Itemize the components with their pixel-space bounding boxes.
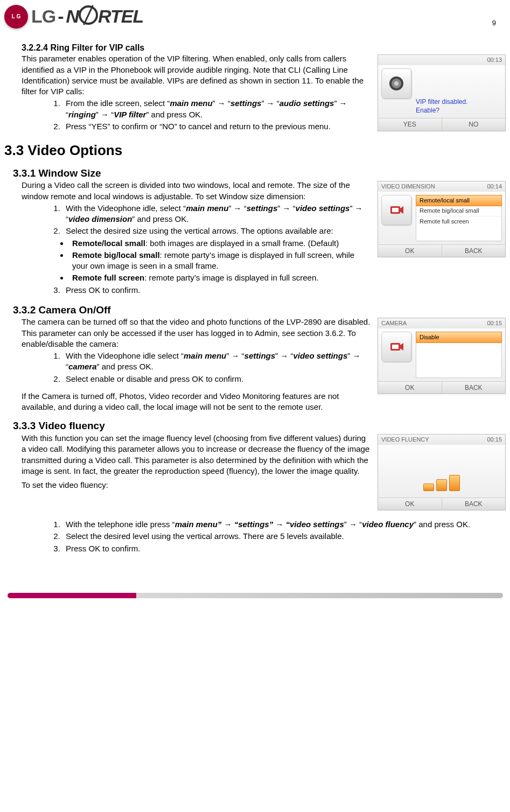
mini-titlebar: VIDEO DIMENSION 00:14 (378, 181, 505, 192)
page-header: L G LG - NRTEL 9 (0, 0, 510, 29)
mini-softkeys: YES NO (378, 118, 505, 130)
nortel-text: NRTEL (66, 4, 144, 29)
speaker-icon (381, 68, 411, 99)
mini-clock: 00:15 (487, 319, 502, 327)
fluency-bars-icon (381, 448, 502, 491)
camera-icon (381, 195, 411, 225)
option-remote-full-screen[interactable]: Remote full screen (416, 216, 501, 227)
mini-message: VIP filter disabled. Enable? (416, 97, 468, 115)
step-333-1: With the telephone idle press “main menu… (62, 519, 507, 530)
lg-circle-icon: L G (4, 5, 28, 29)
mini-titlebar: CAMERA 00:15 (378, 318, 505, 328)
mini-title: VIDEO FLUENCY (381, 436, 429, 444)
heading-333: 3.3.3 Video fluency (13, 419, 507, 433)
step-333-2: Select the desired level using the verti… (62, 531, 507, 542)
mini-body: Disable (378, 328, 505, 381)
heading-33: 3.3 Video Options (4, 141, 507, 160)
screenshot-video-fluency: VIDEO FLUENCY 00:15 OK BACK (378, 434, 506, 510)
steps-331b: Press OK to confirm. (3, 285, 507, 296)
mini-clock: 00:14 (487, 183, 502, 191)
mini-titlebar: VIDEO FLUENCY 00:15 (378, 435, 505, 445)
svg-point-2 (394, 81, 399, 86)
camera-icon (381, 332, 411, 362)
mini-clock: 00:15 (487, 436, 502, 444)
mini-body: Remote/local small Remote big/local smal… (378, 192, 505, 244)
nortel-globe-icon (79, 5, 98, 25)
mini-title: CAMERA (381, 319, 407, 327)
softkey-no[interactable]: NO (442, 118, 506, 130)
step-333-3: Press OK to confirm. (62, 543, 507, 554)
nortel-n: N (66, 6, 79, 26)
mini-body (378, 445, 505, 498)
option-list: Remote/local small Remote big/local smal… (416, 195, 502, 241)
screenshot-vip-filter: 00:13 VIP filter disabled. Enable? YES N… (378, 54, 506, 131)
softkey-yes[interactable]: YES (378, 118, 442, 130)
softkey-ok[interactable]: OK (378, 245, 442, 257)
softkey-back[interactable]: BACK (442, 245, 506, 257)
mini-body: VIP filter disabled. Enable? (378, 65, 505, 118)
mini-title: VIDEO DIMENSION (381, 183, 435, 191)
heading-331: 3.3.1 Window Size (13, 166, 507, 180)
lg-text: LG (31, 4, 55, 29)
screenshot-camera: CAMERA 00:15 Disable OK BACK (378, 318, 506, 394)
logo-dash: - (58, 4, 64, 29)
mini-softkeys: OK BACK (378, 381, 505, 394)
mini-message-line2: Enable? (416, 106, 468, 115)
softkey-ok[interactable]: OK (378, 498, 442, 510)
heading-332: 3.3.2 Camera On/Off (13, 303, 507, 317)
page-number: 9 (492, 5, 506, 28)
bullet-331-3: Remote full screen: remote party’s image… (69, 272, 507, 283)
option-remote-local-small[interactable]: Remote/local small (416, 195, 502, 206)
mini-softkeys: OK BACK (378, 244, 505, 257)
nortel-rtel: RTEL (98, 6, 143, 26)
page-content: 3.2.2.4 Ring Filter for VIP calls 00:13 … (0, 29, 510, 571)
svg-rect-6 (392, 345, 399, 349)
softkey-back[interactable]: BACK (442, 498, 506, 510)
steps-333: With the telephone idle press “main menu… (3, 519, 507, 554)
mini-clock: 00:13 (487, 56, 502, 64)
screenshot-video-dimension: VIDEO DIMENSION 00:14 Remote/local small… (378, 181, 506, 257)
mini-message-line1: VIP filter disabled. (416, 97, 468, 106)
option-list: Disable (416, 332, 502, 378)
mini-titlebar: 00:13 (378, 55, 505, 65)
softkey-back[interactable]: BACK (442, 382, 506, 394)
step-331-3: Press OK to confirm. (62, 285, 507, 296)
option-remote-big-local-small[interactable]: Remote big/local small (416, 206, 501, 216)
option-disable[interactable]: Disable (416, 332, 502, 343)
mini-softkeys: OK BACK (378, 498, 505, 510)
softkey-ok[interactable]: OK (378, 382, 442, 394)
footer-rule (8, 593, 503, 598)
lg-nortel-logo: L G LG - NRTEL (4, 4, 143, 29)
svg-rect-4 (392, 208, 399, 212)
heading-3224: 3.2.2.4 Ring Filter for VIP calls (22, 42, 507, 54)
